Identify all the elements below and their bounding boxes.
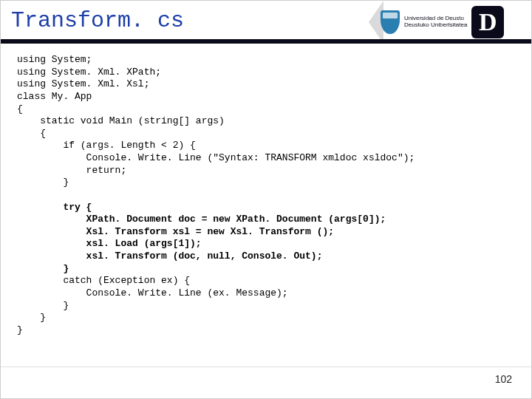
code-line-bold: } [17, 263, 69, 274]
code-line-bold: Xsl. Transform xsl = new Xsl. Transform … [17, 226, 334, 237]
university-logo: Universidad de Deusto Deustuko Unibertsi… [381, 4, 521, 41]
code-line: static void Main (string[] args) [17, 115, 225, 126]
code-line: using System. Xml. Xsl; [17, 78, 149, 89]
code-line: return; [17, 165, 126, 176]
code-line: Console. Write. Line (ex. Message); [17, 287, 288, 299]
code-block: using System; using System. Xml. XPath; … [1, 44, 531, 336]
slide-header: Transform. cs Universidad de Deusto Deus… [1, 1, 531, 44]
shield-icon [381, 10, 400, 34]
code-line: } [17, 312, 46, 323]
header-underline [1, 39, 531, 44]
code-line-bold: xsl. Load (args[1]); [17, 238, 202, 249]
code-line: if (args. Length < 2) { [17, 140, 196, 151]
code-line-bold: try { [17, 202, 92, 213]
code-line: using System. Xml. XPath; [17, 66, 161, 78]
code-line: } [17, 177, 69, 188]
code-line: class My. App [17, 91, 92, 102]
code-line: } [17, 324, 23, 335]
code-line-bold: XPath. Document doc = new XPath. Documen… [17, 214, 386, 225]
code-line: Console. Write. Line ("Syntax: TRANSFORM… [17, 152, 415, 163]
university-name: Universidad de Deusto Deustuko Unibertsi… [404, 16, 467, 29]
code-line: } [17, 300, 69, 311]
slide: Transform. cs Universidad de Deusto Deus… [0, 0, 532, 399]
university-line2: Deustuko Unibertsitatea [404, 22, 467, 29]
code-line-bold: xsl. Transform (doc, null, Console. Out)… [17, 250, 322, 262]
code-line: { [17, 128, 46, 139]
page-number: 102 [495, 373, 512, 385]
code-line: catch (Exception ex) { [17, 275, 190, 286]
code-line: { [17, 103, 23, 115]
code-line: using System; [17, 54, 92, 65]
footer-divider [1, 366, 531, 367]
logo-letter: D [471, 6, 504, 38]
